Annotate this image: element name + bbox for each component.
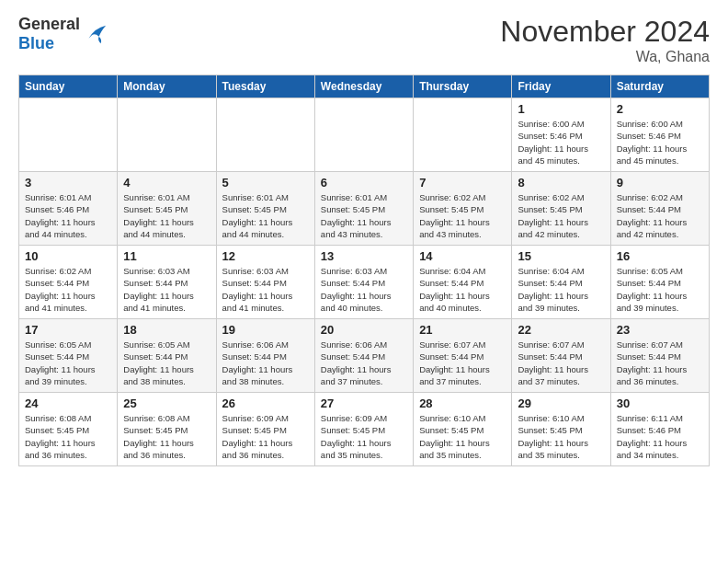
day-number: 23	[617, 323, 703, 337]
table-row: 15Sunrise: 6:04 AM Sunset: 5:44 PM Dayli…	[512, 246, 610, 319]
day-number: 12	[222, 249, 309, 263]
table-row: 18Sunrise: 6:05 AM Sunset: 5:44 PM Dayli…	[118, 319, 216, 393]
day-number: 6	[321, 176, 407, 190]
header-saturday: Saturday	[610, 75, 709, 98]
day-number: 16	[617, 249, 703, 263]
calendar-week-row: 24Sunrise: 6:08 AM Sunset: 5:45 PM Dayli…	[19, 393, 710, 466]
day-number: 21	[419, 323, 506, 337]
table-row: 11Sunrise: 6:03 AM Sunset: 5:44 PM Dayli…	[118, 246, 216, 319]
title-block: November 2024 Wa, Ghana	[500, 15, 710, 65]
table-row	[19, 98, 118, 172]
table-row	[414, 98, 512, 172]
logo-blue: Blue	[18, 34, 54, 52]
day-number: 28	[419, 396, 506, 410]
table-row: 25Sunrise: 6:08 AM Sunset: 5:45 PM Dayli…	[118, 393, 216, 466]
header-wednesday: Wednesday	[314, 75, 413, 98]
day-info: Sunrise: 6:04 AM Sunset: 5:44 PM Dayligh…	[518, 265, 604, 314]
month-title: November 2024	[500, 15, 710, 49]
day-info: Sunrise: 6:01 AM Sunset: 5:45 PM Dayligh…	[321, 191, 407, 240]
location-title: Wa, Ghana	[500, 49, 710, 65]
day-info: Sunrise: 6:10 AM Sunset: 5:45 PM Dayligh…	[419, 412, 506, 461]
header-monday: Monday	[118, 75, 216, 98]
day-number: 3	[25, 176, 111, 190]
day-number: 27	[321, 396, 407, 410]
day-info: Sunrise: 6:02 AM Sunset: 5:45 PM Dayligh…	[518, 191, 604, 240]
day-number: 9	[617, 176, 703, 190]
calendar-week-row: 17Sunrise: 6:05 AM Sunset: 5:44 PM Dayli…	[19, 319, 710, 393]
day-number: 1	[518, 102, 604, 116]
day-number: 15	[518, 249, 604, 263]
table-row: 26Sunrise: 6:09 AM Sunset: 5:45 PM Dayli…	[216, 393, 314, 466]
table-row: 10Sunrise: 6:02 AM Sunset: 5:44 PM Dayli…	[19, 246, 118, 319]
day-info: Sunrise: 6:02 AM Sunset: 5:44 PM Dayligh…	[617, 191, 703, 240]
day-info: Sunrise: 6:09 AM Sunset: 5:45 PM Dayligh…	[222, 412, 309, 461]
day-number: 24	[25, 396, 111, 410]
logo-text: General Blue	[18, 15, 80, 53]
day-info: Sunrise: 6:09 AM Sunset: 5:45 PM Dayligh…	[321, 412, 407, 461]
day-number: 30	[617, 396, 703, 410]
header: General Blue November 2024 Wa, Ghana	[18, 15, 710, 65]
day-number: 5	[222, 176, 309, 190]
logo-bird-icon	[82, 21, 108, 47]
day-info: Sunrise: 6:10 AM Sunset: 5:45 PM Dayligh…	[518, 412, 604, 461]
day-info: Sunrise: 6:04 AM Sunset: 5:44 PM Dayligh…	[419, 265, 506, 314]
table-row: 17Sunrise: 6:05 AM Sunset: 5:44 PM Dayli…	[19, 319, 118, 393]
calendar-week-row: 10Sunrise: 6:02 AM Sunset: 5:44 PM Dayli…	[19, 246, 710, 319]
table-row: 6Sunrise: 6:01 AM Sunset: 5:45 PM Daylig…	[314, 172, 413, 246]
table-row: 14Sunrise: 6:04 AM Sunset: 5:44 PM Dayli…	[414, 246, 512, 319]
day-info: Sunrise: 6:07 AM Sunset: 5:44 PM Dayligh…	[518, 339, 604, 387]
table-row: 27Sunrise: 6:09 AM Sunset: 5:45 PM Dayli…	[314, 393, 413, 466]
table-row: 4Sunrise: 6:01 AM Sunset: 5:45 PM Daylig…	[118, 172, 216, 246]
day-info: Sunrise: 6:00 AM Sunset: 5:46 PM Dayligh…	[518, 118, 604, 167]
day-number: 29	[518, 396, 604, 410]
day-number: 14	[419, 249, 506, 263]
day-number: 22	[518, 323, 604, 337]
table-row: 29Sunrise: 6:10 AM Sunset: 5:45 PM Dayli…	[512, 393, 610, 466]
day-number: 19	[222, 323, 309, 337]
table-row: 8Sunrise: 6:02 AM Sunset: 5:45 PM Daylig…	[512, 172, 610, 246]
table-row: 16Sunrise: 6:05 AM Sunset: 5:44 PM Dayli…	[610, 246, 709, 319]
table-row: 30Sunrise: 6:11 AM Sunset: 5:46 PM Dayli…	[610, 393, 709, 466]
day-number: 13	[321, 249, 407, 263]
table-row: 5Sunrise: 6:01 AM Sunset: 5:45 PM Daylig…	[216, 172, 314, 246]
header-tuesday: Tuesday	[216, 75, 314, 98]
table-row: 2Sunrise: 6:00 AM Sunset: 5:46 PM Daylig…	[610, 98, 709, 172]
page: General Blue November 2024 Wa, Ghana Sun…	[0, 0, 728, 476]
day-info: Sunrise: 6:03 AM Sunset: 5:44 PM Dayligh…	[123, 265, 210, 314]
day-info: Sunrise: 6:08 AM Sunset: 5:45 PM Dayligh…	[25, 412, 111, 461]
table-row: 19Sunrise: 6:06 AM Sunset: 5:44 PM Dayli…	[216, 319, 314, 393]
day-info: Sunrise: 6:07 AM Sunset: 5:44 PM Dayligh…	[617, 339, 703, 387]
weekday-header-row: Sunday Monday Tuesday Wednesday Thursday…	[19, 75, 710, 98]
day-number: 7	[419, 176, 506, 190]
day-number: 25	[123, 396, 210, 410]
day-number: 2	[617, 102, 703, 116]
day-number: 26	[222, 396, 309, 410]
day-info: Sunrise: 6:01 AM Sunset: 5:45 PM Dayligh…	[123, 191, 210, 240]
logo-general: General	[18, 15, 80, 33]
table-row	[314, 98, 413, 172]
table-row: 23Sunrise: 6:07 AM Sunset: 5:44 PM Dayli…	[610, 319, 709, 393]
day-info: Sunrise: 6:06 AM Sunset: 5:44 PM Dayligh…	[222, 339, 309, 387]
logo: General Blue	[18, 15, 108, 53]
day-info: Sunrise: 6:02 AM Sunset: 5:45 PM Dayligh…	[419, 191, 506, 240]
table-row	[118, 98, 216, 172]
day-number: 10	[25, 249, 111, 263]
table-row	[216, 98, 314, 172]
day-number: 18	[123, 323, 210, 337]
day-info: Sunrise: 6:08 AM Sunset: 5:45 PM Dayligh…	[123, 412, 210, 461]
day-info: Sunrise: 6:05 AM Sunset: 5:44 PM Dayligh…	[617, 265, 703, 314]
table-row: 24Sunrise: 6:08 AM Sunset: 5:45 PM Dayli…	[19, 393, 118, 466]
day-number: 4	[123, 176, 210, 190]
header-friday: Friday	[512, 75, 610, 98]
day-number: 8	[518, 176, 604, 190]
calendar-week-row: 1Sunrise: 6:00 AM Sunset: 5:46 PM Daylig…	[19, 98, 710, 172]
header-sunday: Sunday	[19, 75, 118, 98]
day-info: Sunrise: 6:03 AM Sunset: 5:44 PM Dayligh…	[321, 265, 407, 314]
day-info: Sunrise: 6:01 AM Sunset: 5:45 PM Dayligh…	[222, 191, 309, 240]
day-number: 17	[25, 323, 111, 337]
table-row: 9Sunrise: 6:02 AM Sunset: 5:44 PM Daylig…	[610, 172, 709, 246]
table-row: 3Sunrise: 6:01 AM Sunset: 5:46 PM Daylig…	[19, 172, 118, 246]
day-number: 11	[123, 249, 210, 263]
day-number: 20	[321, 323, 407, 337]
day-info: Sunrise: 6:00 AM Sunset: 5:46 PM Dayligh…	[617, 118, 703, 167]
